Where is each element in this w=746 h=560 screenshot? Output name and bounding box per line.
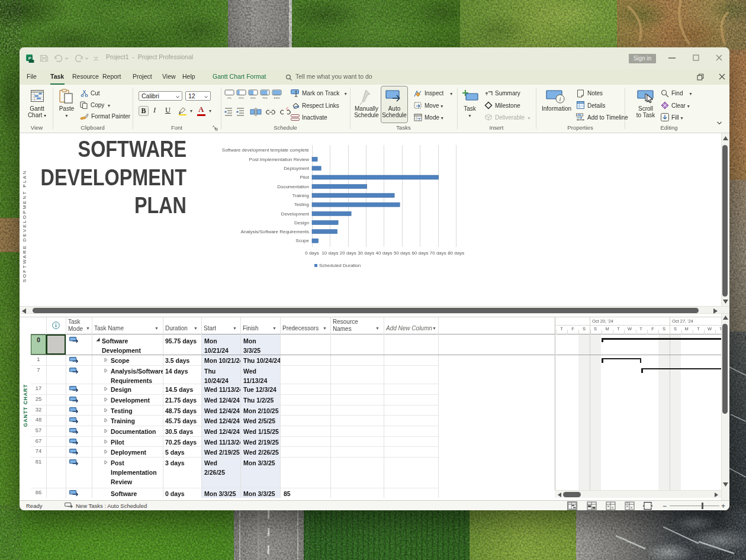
svg-text:Software development template: Software development template complete — [222, 147, 310, 153]
svg-text:60 days: 60 days — [411, 250, 428, 256]
svg-text:Documentation: Documentation — [277, 184, 309, 189]
svg-text:0%: 0% — [227, 96, 231, 99]
svg-text:30 days: 30 days — [358, 250, 374, 256]
svg-text:Design: Design — [294, 220, 309, 226]
svg-text:75%: 75% — [262, 96, 268, 99]
svg-text:10 days: 10 days — [321, 250, 338, 256]
svg-text:80 days: 80 days — [448, 250, 464, 256]
svg-text:i: i — [559, 95, 561, 102]
svg-text:Development: Development — [281, 211, 310, 217]
svg-text:Analysis/Software Requirements: Analysis/Software Requirements — [240, 229, 309, 234]
svg-text:50 days: 50 days — [394, 250, 410, 256]
svg-text:0 days: 0 days — [305, 250, 319, 256]
svg-text:70 days: 70 days — [430, 250, 446, 256]
svg-text:Deployment: Deployment — [284, 166, 309, 171]
svg-text:40 days: 40 days — [376, 250, 393, 256]
svg-text:Scheduled Duration: Scheduled Duration — [319, 263, 361, 268]
svg-text:Training: Training — [292, 193, 309, 198]
svg-text:Pilot: Pilot — [300, 175, 309, 180]
svg-text:P: P — [28, 56, 32, 61]
svg-text:?: ? — [418, 117, 420, 121]
svg-text:50%: 50% — [250, 96, 256, 99]
svg-text:Testing: Testing — [294, 202, 309, 207]
svg-text:25%: 25% — [239, 96, 244, 99]
svg-text:Post Implementation Review: Post Implementation Review — [249, 157, 310, 162]
svg-text:20 days: 20 days — [340, 250, 356, 256]
svg-text:Scope: Scope — [295, 238, 309, 243]
svg-text:100%: 100% — [274, 96, 280, 99]
